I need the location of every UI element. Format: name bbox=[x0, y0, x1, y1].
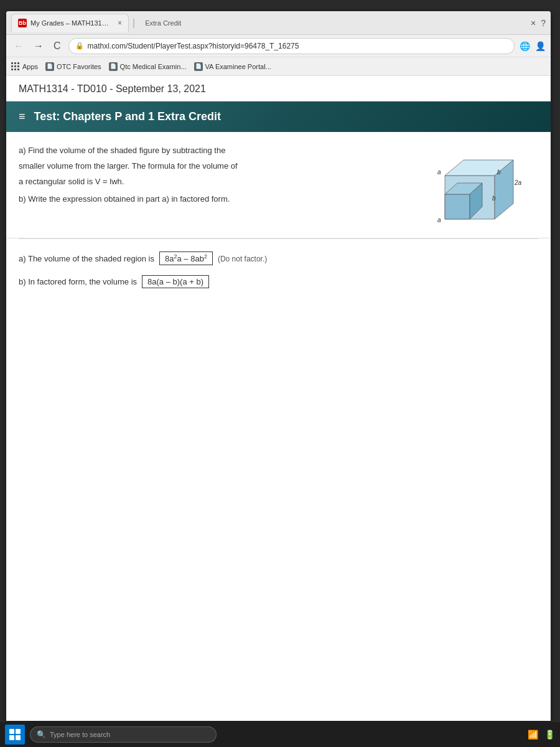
va-label: VA Examinee Portal... bbox=[205, 63, 271, 70]
windows-logo-icon bbox=[9, 729, 21, 740]
question-line-2: smaller volume from the larger. The form… bbox=[19, 160, 414, 173]
screen-frame: Bb My Grades – MATH1314.2021091 × | Extr… bbox=[0, 0, 560, 747]
svg-text:b: b bbox=[492, 195, 496, 202]
window-help-button[interactable]: ? bbox=[541, 18, 546, 28]
part-b-prefix: b) In factored form, the volume is bbox=[19, 277, 137, 286]
inactive-tab-label: Extra Credit bbox=[145, 19, 181, 27]
taskbar-search-placeholder: Type here to search bbox=[50, 731, 110, 738]
window-close-button[interactable]: × bbox=[531, 18, 536, 28]
svg-text:b: b bbox=[497, 169, 501, 176]
address-bar[interactable]: 🔒 mathxl.com/Student/PlayerTest.aspx?his… bbox=[68, 38, 515, 54]
otc-label: OTC Favorites bbox=[57, 63, 101, 70]
browser-window: Bb My Grades – MATH1314.2021091 × | Extr… bbox=[6, 11, 551, 721]
apps-label: Apps bbox=[22, 63, 38, 70]
taskbar-search[interactable]: 🔍 Type here to search bbox=[30, 726, 217, 743]
taskbar: 🔍 Type here to search 📶 🔋 bbox=[0, 722, 560, 747]
address-bar-row: ← → C 🔒 mathxl.com/Student/PlayerTest.as… bbox=[6, 35, 551, 57]
lock-icon: 🔒 bbox=[75, 42, 84, 50]
taskbar-search-icon: 🔍 bbox=[37, 730, 46, 739]
svg-marker-3 bbox=[445, 194, 470, 219]
title-bar-controls: × ? bbox=[531, 18, 546, 28]
taskbar-right: 📶 🔋 bbox=[528, 730, 555, 740]
test-title: Test: Test: Chapters P and 1 Extra Credi… bbox=[34, 110, 221, 123]
page-content: MATH1314 - TD010 - September 13, 2021 ≡ … bbox=[6, 76, 551, 721]
svg-text:a: a bbox=[437, 169, 441, 176]
url-text: mathxl.com/Student/PlayerTest.aspx?histo… bbox=[88, 42, 299, 50]
part-a-hint: (Do not factor.) bbox=[218, 255, 267, 263]
tab-favicon: Bb bbox=[18, 19, 27, 27]
part-a-prefix: a) The volume of the shaded region is bbox=[19, 254, 154, 263]
back-button[interactable]: ← bbox=[11, 39, 26, 53]
otc-favicon: 📄 bbox=[45, 62, 54, 71]
answer-row-b: b) In factored form, the volume is 8a(a … bbox=[19, 275, 538, 288]
hamburger-icon[interactable]: ≡ bbox=[19, 110, 26, 123]
course-header-text: MATH1314 - TD010 - September 13, 2021 bbox=[19, 83, 206, 94]
bookmarks-bar: Apps 📄 OTC Favorites 📄 Qtc Medical Exami… bbox=[6, 57, 551, 76]
apps-bookmark[interactable]: Apps bbox=[11, 62, 38, 71]
profile-icon: 👤 bbox=[535, 41, 546, 51]
answer-area: a) The volume of the shaded region is 8a… bbox=[6, 239, 551, 311]
part-b-answer-box[interactable]: 8a(a – b)(a + b) bbox=[142, 275, 209, 288]
inactive-tab[interactable]: Extra Credit bbox=[139, 14, 187, 32]
question-line-1: a) Find the volume of the shaded figure … bbox=[19, 144, 414, 157]
taskbar-signal-icon: 📶 bbox=[528, 730, 538, 740]
figure-container: a b b 2a a bbox=[426, 144, 538, 232]
question-text: a) Find the volume of the shaded figure … bbox=[19, 144, 414, 232]
course-header: MATH1314 - TD010 - September 13, 2021 bbox=[6, 76, 551, 101]
qtc-label: Qtc Medical Examin... bbox=[120, 63, 187, 70]
question-line-3: a rectangular solid is V = lwh. bbox=[19, 176, 414, 189]
question-area: a) Find the volume of the shaded figure … bbox=[6, 132, 551, 238]
tab-close-button[interactable]: × bbox=[118, 19, 122, 27]
svg-text:2a: 2a bbox=[514, 179, 522, 186]
3d-box-figure: a b b 2a a bbox=[432, 151, 532, 232]
active-tab[interactable]: Bb My Grades – MATH1314.2021091 × bbox=[11, 14, 129, 32]
taskbar-battery-icon: 🔋 bbox=[544, 730, 555, 740]
otc-favorites-bookmark[interactable]: 📄 OTC Favorites bbox=[45, 62, 101, 71]
refresh-button[interactable]: C bbox=[51, 39, 63, 53]
test-header-bar: ≡ Test: Test: Chapters P and 1 Extra Cre… bbox=[6, 101, 551, 132]
va-bookmark[interactable]: 📄 VA Examinee Portal... bbox=[194, 62, 271, 71]
answer-row-a: a) The volume of the shaded region is 8a… bbox=[19, 251, 538, 265]
svg-text:a: a bbox=[437, 217, 441, 223]
start-button[interactable] bbox=[5, 725, 25, 745]
qtc-bookmark[interactable]: 📄 Qtc Medical Examin... bbox=[109, 62, 187, 71]
tab-separator: | bbox=[133, 17, 135, 29]
global-icon: 🌐 bbox=[520, 41, 530, 51]
tab-label: My Grades – MATH1314.2021091 bbox=[30, 19, 111, 27]
part-a-answer-box[interactable]: 8a2a – 8ab2 bbox=[159, 251, 213, 265]
forward-button[interactable]: → bbox=[31, 39, 46, 53]
va-favicon: 📄 bbox=[194, 62, 203, 71]
apps-grid-icon bbox=[11, 62, 20, 71]
title-bar: Bb My Grades – MATH1314.2021091 × | Extr… bbox=[6, 11, 551, 35]
qtc-favicon: 📄 bbox=[109, 62, 118, 71]
question-line-4: b) Write the expression obtained in part… bbox=[19, 193, 414, 206]
